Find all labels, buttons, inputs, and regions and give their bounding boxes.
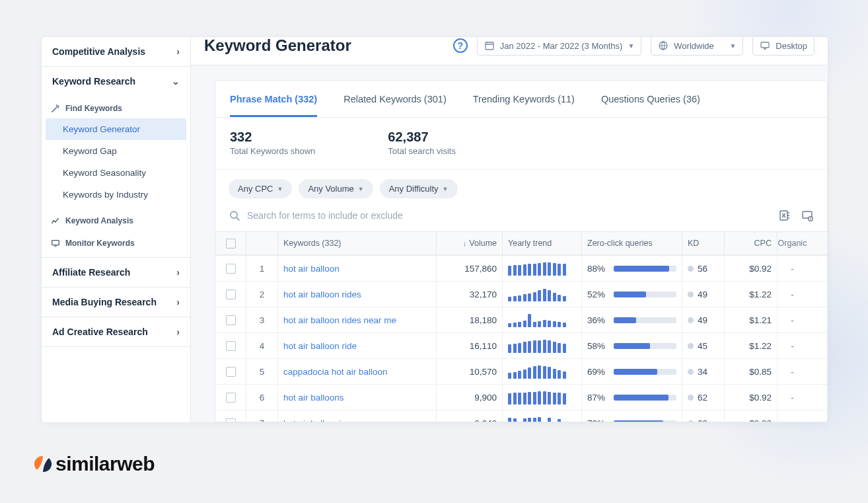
cell-checkbox[interactable] [215,410,246,422]
help-icon[interactable]: ? [453,38,468,53]
cell-kd: 45 [682,333,724,358]
checkbox-icon[interactable] [226,418,236,422]
col-cpc[interactable]: CPC [724,232,777,254]
progress-bar [614,343,676,349]
col-trend[interactable]: Yearly trend [502,232,581,254]
tab-trending[interactable]: Trending Keywords (11) [473,81,575,117]
cell-cpc: $0.85 [724,359,777,384]
sort-down-icon: ↓ [463,239,467,247]
col-volume[interactable]: ↓Volume [436,232,502,254]
keyword-link[interactable]: hot air balloon rides [283,290,361,299]
progress-bar [614,266,676,272]
keyword-link[interactable]: hot air balloon ride [283,341,357,351]
export-excel-icon[interactable] [778,209,791,222]
cell-zero-click: 79% [581,410,682,422]
progress-bar [614,369,676,375]
keyword-link[interactable]: hot air balloon [283,264,340,274]
monitor-icon [51,239,60,248]
sidebar-subhead-monitor[interactable]: Monitor Keywords [42,231,190,258]
cell-organic: - [777,385,807,410]
table-row: 6hot air balloons9,90087%62$0.92- [215,384,827,410]
filter-cpc[interactable]: Any CPC▼ [229,179,292,198]
sidebar-item-keyword-seasonality[interactable]: Keyword Seasonality [42,162,190,184]
sparkline-icon [508,338,566,353]
cell-volume: 18,180 [436,307,502,332]
keyword-link[interactable]: hot air ballooning [283,418,351,422]
tab-phrase-match[interactable]: Phrase Match (332) [230,81,317,117]
cell-zero-click: 69% [581,359,682,384]
cell-zero-click: 58% [581,333,682,358]
checkbox-icon[interactable] [226,290,236,299]
sidebar-section-ad-creative[interactable]: Ad Creative Research › [42,317,190,347]
checkbox-icon[interactable] [226,264,236,274]
cell-trend [502,359,581,384]
cell-cpc: $1.22 [724,333,777,358]
cell-volume: 9,900 [436,385,502,410]
sidebar-item-keyword-gap[interactable]: Keyword Gap [42,140,190,162]
page-title: Keyword Generator [204,37,351,55]
sidebar-section-label: Ad Creative Research [52,327,148,337]
cell-checkbox[interactable] [215,333,246,358]
table-row: 7hot air ballooning8,64079%60$0.92- [215,410,827,422]
filter-volume[interactable]: Any Volume▼ [299,179,373,198]
cell-trend [502,333,581,358]
checkbox-icon[interactable] [226,239,236,249]
cell-kd: 49 [682,307,724,332]
filter-difficulty[interactable]: Any Difficulty▼ [380,179,458,198]
cell-cpc: $1.22 [724,282,777,307]
col-checkbox[interactable] [215,232,246,254]
sidebar-section-competitive[interactable]: Competitive Analysis › [42,37,190,67]
cell-checkbox[interactable] [215,385,246,410]
checkbox-icon[interactable] [226,367,236,377]
cell-keyword: hot air balloon rides [277,282,436,307]
region-select[interactable]: Worldwide ▼ [651,37,743,56]
zero-click-value: 36% [587,315,608,325]
col-keywords[interactable]: Keywords (332) [277,232,436,254]
cell-zero-click: 52% [581,282,682,307]
cell-volume: 8,640 [436,410,502,422]
cell-trend [502,385,581,410]
cell-checkbox[interactable] [215,282,246,307]
cell-kd: 60 [682,410,724,422]
device-select[interactable]: Desktop [752,37,814,56]
keyword-link[interactable]: hot air balloon rides near me [283,315,396,325]
search-input[interactable] [247,210,772,221]
sidebar-section-keyword-research[interactable]: Keyword Research ⌄ [42,67,190,96]
settings-icon[interactable] [801,209,814,222]
svg-point-0 [53,220,54,221]
sparkline-icon [508,364,566,379]
checkbox-icon[interactable] [226,315,236,325]
keyword-link[interactable]: cappadocia hot air balloon [283,367,388,377]
chevron-down-icon: ⌄ [172,76,180,87]
sidebar-item-keyword-generator[interactable]: Keyword Generator [46,118,186,140]
sidebar-subhead-label: Monitor Keywords [65,239,135,248]
keyword-link[interactable]: hot air balloons [283,393,344,403]
sidebar-section-media[interactable]: Media Buying Research › [42,288,190,317]
sparkline-icon [508,313,566,327]
checkbox-icon[interactable] [226,341,236,351]
date-range-select[interactable]: Jan 2022 - Mar 2022 (3 Months) ▼ [477,37,642,56]
cell-cpc: $1.21 [724,307,777,332]
cell-checkbox[interactable] [215,359,246,384]
cell-kd: 56 [682,256,724,281]
cell-cpc: $0.92 [724,256,777,281]
cell-trend [502,307,581,332]
col-kd[interactable]: KD [682,232,724,254]
col-zero-click[interactable]: Zero-click queries [581,232,682,254]
cell-cpc: $0.92 [724,385,777,410]
sparkline-icon [508,390,566,405]
sidebar-subhead-analysis[interactable]: Keyword Analysis [42,206,190,231]
cell-checkbox[interactable] [215,256,246,281]
tab-related[interactable]: Related Keywords (301) [344,81,447,117]
sidebar-item-keywords-by-industry[interactable]: Keywords by Industry [42,184,190,206]
sidebar-section-affiliate[interactable]: Affiliate Research › [42,258,190,288]
cell-checkbox[interactable] [215,307,246,332]
checkbox-icon[interactable] [226,393,236,403]
sidebar-section-label: Keyword Research [52,76,135,87]
tab-questions[interactable]: Questions Queries (36) [601,81,700,117]
cell-index: 6 [246,385,277,410]
topbar: Keyword Generator ? Jan 2022 - Mar 2022 … [191,37,828,65]
col-organic[interactable]: Organic [777,232,807,254]
svg-point-1 [55,221,56,223]
kd-dot-icon [688,266,694,272]
